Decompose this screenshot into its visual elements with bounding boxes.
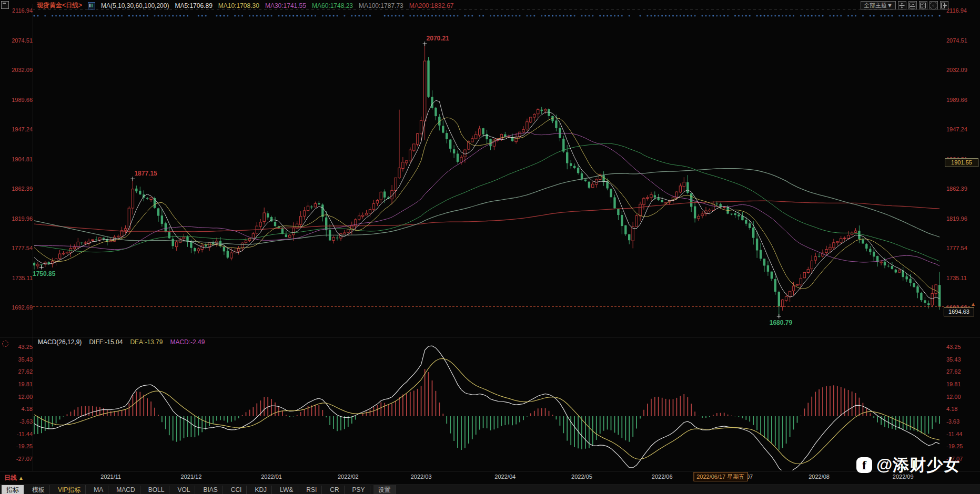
macd-header: MACD(26,12,9) DIFF:-15.04 DEA:-13.79 MAC… bbox=[38, 338, 205, 346]
ma-value-item: MA5:1706.89 bbox=[175, 2, 212, 9]
macd-indicator-name[interactable]: MACD(26,12,9) bbox=[38, 338, 82, 346]
chart-controls: 全部主题▼ bbox=[861, 1, 948, 9]
ma-value-item: MA100:1787.73 bbox=[359, 2, 403, 9]
price-axis-tick: 1989.66 bbox=[946, 97, 967, 103]
price-axis-tick: 2116.94 bbox=[6, 7, 33, 14]
toolbar-tab-CCI[interactable]: CCI bbox=[226, 486, 247, 494]
macd-axis-tick: -3.63 bbox=[946, 418, 959, 425]
date-tick[interactable]: 2022/08 bbox=[809, 474, 830, 480]
ma-values: MA5:1706.89MA10:1708.30MA30:1741.55MA60:… bbox=[175, 2, 453, 9]
macd-hist-value: MACD:-2.49 bbox=[170, 338, 205, 346]
macd-axis-tick: 4.18 bbox=[946, 406, 957, 412]
date-tick[interactable]: 2022/06 bbox=[652, 474, 673, 480]
price-axis-tick: 1862.39 bbox=[946, 186, 967, 192]
toolbar-tab-VIP指标[interactable]: VIP指标 bbox=[53, 485, 86, 494]
date-tick[interactable]: 2021/11 bbox=[100, 474, 121, 480]
date-axis: 日线▲ 2021/112021/122022/012022/022022/032… bbox=[0, 471, 980, 484]
toolbar-tab-CR[interactable]: CR bbox=[325, 486, 344, 494]
macd-axis-tick: 19.81 bbox=[946, 381, 961, 387]
macd-diff-value: DIFF:-15.04 bbox=[89, 338, 123, 346]
watermark-handle: @添财少女 bbox=[876, 454, 960, 476]
price-axis-tick: 1692.69 bbox=[6, 304, 33, 311]
chart-header: 现货黄金<日线> MA(5,10,30,60,100,200) MA5:1706… bbox=[37, 1, 453, 10]
toolbar-tab-MACD[interactable]: MACD bbox=[112, 486, 140, 494]
date-tick[interactable]: 2022/02 bbox=[338, 474, 359, 480]
toolbar-tab-RSI[interactable]: RSI bbox=[301, 486, 322, 494]
toolbar-tab-LW&[interactable]: LW& bbox=[275, 486, 298, 494]
date-tick[interactable]: 2022/05 bbox=[571, 474, 592, 480]
price-axis-tick: 2116.94 bbox=[946, 7, 967, 14]
facebook-icon: f bbox=[856, 457, 872, 473]
pane-divider-main-macd[interactable] bbox=[0, 337, 980, 337]
price-axis-tick: 1862.39 bbox=[6, 186, 33, 192]
trading-app-window: 现货黄金<日线> MA(5,10,30,60,100,200) MA5:1706… bbox=[0, 0, 980, 494]
price-annotation: 1877.15 bbox=[134, 170, 157, 177]
macd-axis-tick: 12.00 bbox=[946, 394, 961, 400]
ma-value-item: MA30:1741.55 bbox=[265, 2, 306, 9]
pane-layout-icon[interactable] bbox=[919, 1, 927, 9]
macd-axis-tick: 27.62 bbox=[6, 368, 33, 375]
date-tick[interactable]: 2022/01 bbox=[261, 474, 282, 480]
pane-maximize-icon[interactable] bbox=[908, 1, 917, 9]
toolbar-tab-MA[interactable]: MA bbox=[89, 486, 108, 494]
price-axis-tick: 2032.09 bbox=[946, 67, 967, 73]
price-annotation: 2070.21 bbox=[427, 35, 449, 42]
fullscreen-icon[interactable] bbox=[930, 1, 938, 9]
price-axis-tick: 1777.54 bbox=[6, 245, 33, 251]
price-axis-tick: 1989.66 bbox=[6, 97, 33, 103]
toolbar-tab-模板[interactable]: 模板 bbox=[27, 485, 50, 494]
selected-date-badge[interactable]: 2022/06/17 星期五 bbox=[693, 472, 747, 481]
macd-axis-tick: 19.81 bbox=[6, 381, 33, 387]
exit-right-icon[interactable] bbox=[940, 1, 948, 9]
indicator-toolbar: 指标模板VIP指标MAMACDBOLLVOLBIASCCIKDJLW&RSICR… bbox=[0, 485, 980, 494]
date-tick[interactable]: 2021/12 bbox=[181, 474, 202, 480]
price-axis-tick: 2032.09 bbox=[6, 67, 33, 73]
toolbar-tab-PSY[interactable]: PSY bbox=[348, 486, 370, 494]
theme-dropdown-button[interactable]: 全部主题▼ bbox=[861, 1, 896, 9]
toolbar-tab-BOLL[interactable]: BOLL bbox=[144, 486, 170, 494]
window-flag-icon[interactable] bbox=[1, 1, 9, 9]
macd-axis-tick: -19.25 bbox=[946, 443, 963, 449]
price-axis-tick: 1735.11 bbox=[946, 275, 967, 281]
price-axis-tick: 2074.51 bbox=[946, 37, 967, 44]
date-tick[interactable]: 2022/04 bbox=[494, 474, 516, 480]
plot-left-border bbox=[33, 4, 33, 471]
macd-axis-tick: -11.44 bbox=[6, 431, 33, 437]
marked-price-badge: 1901.55 bbox=[945, 158, 978, 167]
chart-canvas[interactable] bbox=[0, 0, 980, 494]
price-axis-tick: 2074.51 bbox=[6, 37, 33, 44]
price-annotation: 1750.85 bbox=[33, 270, 55, 277]
price-annotation: 1680.79 bbox=[770, 319, 792, 326]
symbol-title: 现货黄金<日线> bbox=[37, 1, 82, 10]
macd-axis-tick: -19.25 bbox=[6, 443, 33, 449]
symbol-name: 现货黄金 bbox=[37, 2, 62, 9]
macd-axis-tick: -3.63 bbox=[6, 418, 33, 425]
ma-value-item: MA10:1708.30 bbox=[218, 2, 259, 9]
price-axis-tick: 1947.24 bbox=[946, 126, 967, 132]
ma-value-item: MA200:1832.67 bbox=[409, 2, 454, 9]
toolbar-tab-指标[interactable]: 指标 bbox=[2, 485, 24, 494]
price-axis-tick: 1819.96 bbox=[946, 215, 967, 222]
macd-pane-marker-icon[interactable] bbox=[2, 341, 8, 347]
macd-axis-tick: -11.44 bbox=[946, 431, 962, 437]
move-tool-icon[interactable] bbox=[898, 1, 906, 9]
macd-axis-tick: 12.00 bbox=[6, 394, 33, 400]
symbol-period[interactable]: <日线> bbox=[62, 2, 82, 9]
macd-axis-tick: 43.25 bbox=[946, 344, 961, 350]
macd-axis-tick: 35.43 bbox=[946, 356, 961, 363]
toolbar-tab-设置[interactable]: 设置 bbox=[373, 485, 396, 494]
date-tick[interactable]: 2022/03 bbox=[411, 474, 432, 480]
price-axis-tick: 1819.96 bbox=[6, 215, 33, 222]
price-axis-tick: 1777.54 bbox=[946, 245, 967, 251]
toolbar-tab-VOL[interactable]: VOL bbox=[173, 486, 195, 494]
macd-axis-tick: 4.18 bbox=[6, 406, 33, 412]
toolbar-tab-BIAS[interactable]: BIAS bbox=[198, 486, 223, 494]
macd-dea-value: DEA:-13.79 bbox=[130, 338, 163, 346]
price-axis-tick: 1904.81 bbox=[6, 156, 33, 162]
toolbar-tab-KDJ[interactable]: KDJ bbox=[250, 486, 272, 494]
macd-axis-tick: 43.25 bbox=[6, 344, 33, 350]
ma-value-item: MA60:1748.23 bbox=[312, 2, 353, 9]
period-label[interactable]: 日线▲ bbox=[4, 474, 24, 482]
candlestick-style-icon[interactable] bbox=[88, 2, 95, 9]
period-arrow-icon: ▲ bbox=[18, 475, 24, 481]
